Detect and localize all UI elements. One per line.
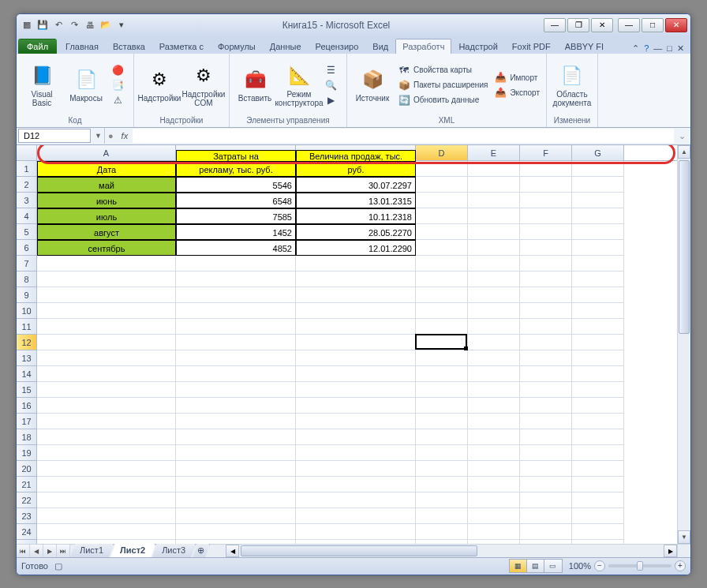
cell[interactable]: 1452 [176, 224, 296, 240]
cell[interactable]: 7585 [176, 208, 296, 224]
cell[interactable] [468, 429, 520, 445]
tab-вид[interactable]: Вид [365, 39, 395, 54]
sheet-tab[interactable]: Лист1 [70, 544, 114, 557]
cell[interactable] [296, 414, 416, 429]
zoom-slider[interactable] [608, 564, 671, 567]
ribbon-small-button[interactable]: 📦Пакеты расширения [396, 78, 489, 92]
cell[interactable] [520, 508, 572, 524]
cell[interactable] [572, 461, 624, 477]
ribbon-button[interactable]: 📄Макросы [65, 66, 107, 104]
cell[interactable] [520, 398, 572, 414]
view-layout-button[interactable]: ▤ [527, 560, 544, 572]
cell[interactable]: руб. [296, 161, 416, 177]
row-header[interactable]: 24 [17, 524, 37, 540]
cell[interactable] [176, 272, 296, 287]
row-header[interactable]: 21 [17, 477, 37, 492]
cell[interactable] [468, 524, 520, 540]
row-header[interactable]: 17 [17, 414, 37, 429]
cell[interactable]: август [37, 224, 176, 240]
column-header[interactable]: D [416, 145, 468, 160]
cell[interactable] [176, 429, 296, 445]
row-header[interactable]: 10 [17, 303, 37, 319]
cell[interactable] [296, 303, 416, 319]
cell[interactable] [520, 161, 572, 177]
cell[interactable] [296, 429, 416, 445]
cell[interactable] [176, 477, 296, 492]
namebox-dropdown-icon[interactable]: ▼ [92, 132, 104, 140]
hscroll-thumb[interactable] [241, 545, 477, 556]
view-break-button[interactable]: ▭ [544, 560, 562, 572]
cell[interactable] [520, 366, 572, 382]
cell[interactable] [296, 287, 416, 303]
view-normal-button[interactable]: ▦ [510, 560, 527, 572]
cell[interactable] [520, 256, 572, 272]
scroll-down-icon[interactable]: ▼ [678, 530, 690, 544]
cell[interactable] [176, 398, 296, 414]
cell[interactable] [468, 303, 520, 319]
cell[interactable]: май [37, 177, 176, 193]
cell[interactable] [572, 303, 624, 319]
cell[interactable] [468, 240, 520, 256]
vscroll-thumb[interactable] [679, 160, 690, 334]
row-header[interactable]: 13 [17, 350, 37, 366]
ribbon-small-button[interactable]: 🔴 [110, 63, 129, 77]
row-header[interactable]: 7 [17, 256, 37, 272]
cell[interactable] [468, 398, 520, 414]
tab-главная[interactable]: Главная [58, 39, 106, 54]
cell[interactable] [468, 508, 520, 524]
cell[interactable] [416, 272, 468, 287]
cell[interactable] [296, 477, 416, 492]
save-icon[interactable]: 💾 [36, 18, 50, 32]
cell[interactable]: 12.01.2290 [296, 240, 416, 256]
cell[interactable] [416, 477, 468, 492]
macro-record-icon[interactable]: ▢ [54, 561, 62, 571]
cell[interactable]: 13.01.2315 [296, 193, 416, 208]
row-header[interactable]: 8 [17, 272, 37, 287]
cell[interactable] [37, 256, 176, 272]
minimize-button[interactable]: — [618, 18, 640, 32]
cell[interactable] [572, 287, 624, 303]
cell[interactable] [37, 508, 176, 524]
ribbon-minimize-icon[interactable]: ⌃ [632, 43, 639, 54]
cell[interactable] [520, 461, 572, 477]
cell[interactable] [572, 398, 624, 414]
cell[interactable]: июль [37, 208, 176, 224]
qat-icon[interactable]: 🖶 [83, 18, 97, 32]
cell[interactable] [416, 240, 468, 256]
fx-icon[interactable]: fx [117, 131, 133, 140]
tab-foxit pdf[interactable]: Foxit PDF [505, 39, 558, 54]
cell[interactable] [468, 193, 520, 208]
ribbon-small-button[interactable]: 📤Экспорт [492, 85, 541, 99]
cell[interactable] [468, 350, 520, 366]
ribbon-small-button[interactable]: 🔍 [323, 78, 342, 92]
cell[interactable] [176, 319, 296, 335]
formula-input[interactable] [133, 129, 674, 143]
row-header[interactable]: 6 [17, 240, 37, 256]
cell[interactable] [468, 477, 520, 492]
cell[interactable] [416, 366, 468, 382]
cell[interactable] [37, 477, 176, 492]
cell[interactable] [416, 224, 468, 240]
tab-рецензиро[interactable]: Рецензиро [309, 39, 366, 54]
qat-icon[interactable]: 📂 [99, 18, 113, 32]
row-header[interactable]: 12 [17, 335, 37, 350]
redo-icon[interactable]: ↷ [67, 18, 81, 32]
cell[interactable] [520, 382, 572, 398]
cell[interactable] [468, 287, 520, 303]
cell[interactable] [572, 319, 624, 335]
cell[interactable] [176, 335, 296, 350]
sheet-nav-first-icon[interactable]: ⏮ [17, 545, 30, 557]
doc-minimize-button[interactable]: — [544, 18, 566, 32]
cell[interactable] [296, 256, 416, 272]
row-header[interactable]: 20 [17, 461, 37, 477]
cell[interactable] [468, 208, 520, 224]
cell[interactable] [37, 429, 176, 445]
cell[interactable] [572, 350, 624, 366]
cell[interactable] [520, 272, 572, 287]
scroll-up-icon[interactable]: ▲ [678, 145, 690, 159]
close-button[interactable]: ✕ [665, 18, 687, 32]
cell[interactable] [176, 461, 296, 477]
tab-формулы[interactable]: Формулы [211, 39, 263, 54]
cell[interactable] [37, 366, 176, 382]
cell[interactable] [468, 224, 520, 240]
